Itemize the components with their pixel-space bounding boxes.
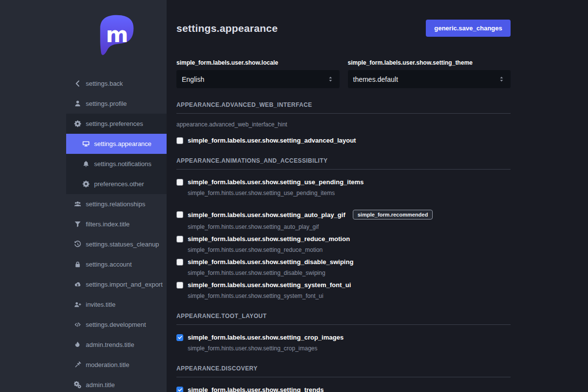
setting-hint: simple_form.hints.user.show.setting_use_… [188, 190, 511, 196]
settings-section: APPEARANCE.ADVANCED_WEB_INTERFACEappeara… [176, 101, 511, 144]
theme-label: simple_form.labels.user.show.setting_the… [348, 59, 511, 66]
monitor-icon [82, 140, 90, 147]
setting-checkbox-row[interactable]: simple_form.labels.user.show.setting_use… [176, 178, 511, 186]
theme-select[interactable]: themes.default [348, 70, 511, 88]
gavel-icon [74, 361, 81, 368]
sidebar-item-settings-import-and-export[interactable]: settings.import_and_export [66, 274, 167, 294]
section-divider [176, 377, 511, 377]
settings-section: APPEARANCE.TOOT_LAYOUTsimple_form.labels… [176, 313, 511, 352]
checkbox-unchecked[interactable] [176, 282, 183, 289]
section-hint: appearance.advanced_web_interface_hint [176, 121, 511, 128]
sidebar-item-admin-trends-title[interactable]: admin.trends.title [66, 335, 167, 355]
setting-item-setting-trends: simple_form.labels.user.show.setting_tre… [176, 386, 511, 392]
sidebar-item-label: invites.title [86, 301, 116, 308]
setting-hint: simple_form.hints.user.show.setting_disa… [188, 270, 511, 276]
setting-item-setting-auto-play-gif: simple_form.labels.user.show.setting_aut… [176, 210, 511, 230]
checkbox-unchecked[interactable] [176, 179, 183, 186]
setting-label: simple_form.labels.user.show.setting_adv… [188, 137, 356, 144]
setting-hint: simple_form.hints.user.show.setting_auto… [188, 223, 511, 230]
theme-field: simple_form.labels.user.show.setting_the… [348, 59, 511, 88]
main-panel: settings.appearance generic.save_changes… [167, 0, 588, 392]
section-divider [176, 324, 511, 325]
sidebar-item-admin-title[interactable]: admin.title [66, 375, 167, 392]
checkbox-unchecked[interactable] [176, 259, 183, 266]
sidebar-item-settings-development[interactable]: settings.development [66, 315, 167, 335]
checkbox-unchecked[interactable] [176, 137, 183, 144]
sidebar-item-label: settings.import_and_export [86, 281, 163, 288]
sidebar-item-moderation-title[interactable]: moderation.title [66, 355, 167, 375]
chevron-left-icon [74, 80, 81, 87]
filter-icon [74, 220, 81, 228]
checkbox-checked[interactable] [176, 334, 183, 341]
sidebar-item-settings-preferences[interactable]: settings.preferences [66, 114, 167, 134]
setting-checkbox-row[interactable]: simple_form.labels.user.show.setting_red… [176, 235, 511, 243]
theme-select-value: themes.default [353, 75, 398, 83]
setting-checkbox-row[interactable]: simple_form.labels.user.show.setting_tre… [176, 386, 511, 392]
settings-section: APPEARANCE.DISCOVERYsimple_form.labels.u… [176, 365, 511, 392]
setting-hint: simple_form.hints.user.show.setting_syst… [188, 293, 511, 299]
setting-item-setting-use-pending-items: simple_form.labels.user.show.setting_use… [176, 178, 511, 196]
locale-select[interactable]: English [176, 70, 340, 88]
setting-checkbox-row[interactable]: simple_form.labels.user.show.setting_sys… [176, 281, 511, 289]
setting-label: simple_form.labels.user.show.setting_sys… [188, 281, 351, 289]
sidebar-item-settings-account[interactable]: settings.account [66, 254, 167, 274]
select-arrows-icon [498, 75, 505, 83]
setting-label: simple_form.labels.user.show.setting_dis… [188, 258, 353, 266]
mastodon-logo: m [96, 13, 137, 56]
sidebar-item-label: settings.notifications [94, 160, 151, 168]
sidebar-item-label: settings.appearance [94, 140, 151, 147]
setting-hint: simple_form.hints.user.show.setting_crop… [188, 345, 511, 352]
page-title: settings.appearance [176, 23, 278, 34]
sidebar-nav: settings.backsettings.profilesettings.pr… [66, 74, 167, 392]
sidebar-item-settings-profile[interactable]: settings.profile [66, 94, 167, 114]
setting-checkbox-row[interactable]: simple_form.labels.user.show.setting_dis… [176, 258, 511, 266]
setting-label: simple_form.labels.user.show.setting_use… [188, 178, 364, 186]
setting-checkbox-row[interactable]: simple_form.labels.user.show.setting_cro… [176, 334, 511, 341]
trends-icon [74, 341, 81, 348]
history-icon [74, 241, 81, 248]
setting-label: simple_form.labels.user.show.setting_red… [188, 235, 350, 243]
sidebar-item-label: settings.profile [86, 100, 127, 107]
sidebar-item-label: moderation.title [86, 361, 129, 368]
sidebar-item-settings-appearance[interactable]: settings.appearance [66, 134, 167, 154]
user-icon [74, 100, 81, 107]
setting-label: simple_form.labels.user.show.setting_cro… [188, 334, 343, 341]
section-title: APPEARANCE.ANIMATIONS_AND_ACCESSIBILITY [176, 157, 511, 164]
sidebar-item-label: settings.development [86, 321, 146, 328]
sidebar-item-filters-index-title[interactable]: filters.index.title [66, 214, 167, 234]
settings-section: APPEARANCE.ANIMATIONS_AND_ACCESSIBILITYs… [176, 157, 511, 299]
setting-item-setting-system-font-ui: simple_form.labels.user.show.setting_sys… [176, 281, 511, 299]
sidebar-item-settings-statuses-cleanup[interactable]: settings.statuses_cleanup [66, 234, 167, 254]
sidebar-item-settings-back[interactable]: settings.back [66, 74, 167, 94]
setting-checkbox-row[interactable]: simple_form.labels.user.show.setting_adv… [176, 137, 511, 144]
section-title: APPEARANCE.ADVANCED_WEB_INTERFACE [176, 101, 511, 108]
bell-icon [82, 160, 90, 168]
section-divider [176, 113, 511, 114]
app-window: m settings.backsettings.profilesettings.… [0, 0, 588, 392]
sidebar-item-settings-relationships[interactable]: settings.relationships [66, 194, 167, 214]
sidebar-subpanel: settings.preferencessettings.appearances… [66, 114, 167, 194]
checkbox-unchecked[interactable] [176, 236, 183, 243]
section-title: APPEARANCE.TOOT_LAYOUT [176, 313, 511, 319]
save-changes-button[interactable]: generic.save_changes [426, 20, 511, 37]
setting-item-setting-advanced-layout: simple_form.labels.user.show.setting_adv… [176, 137, 511, 144]
locale-label: simple_form.labels.user.show.locale [176, 59, 340, 66]
sidebar-item-label: settings.statuses_cleanup [86, 241, 159, 248]
sidebar-item-label: settings.back [86, 80, 123, 87]
sidebar: m settings.backsettings.profilesettings.… [0, 0, 167, 392]
sidebar-item-label: filters.index.title [86, 220, 130, 228]
sidebar-item-invites-title[interactable]: invites.title [66, 294, 167, 315]
top-form-row: simple_form.labels.user.show.locale Engl… [176, 59, 511, 88]
sidebar-item-settings-notifications[interactable]: settings.notifications [66, 154, 167, 174]
checkbox-checked[interactable] [176, 387, 183, 392]
setting-label: simple_form.labels.user.show.setting_aut… [188, 211, 345, 219]
sidebar-item-label: settings.relationships [86, 200, 145, 208]
sidebar-item-preferences-other[interactable]: preferences.other [66, 174, 167, 194]
checkbox-unchecked[interactable] [176, 211, 183, 218]
gear-icon [74, 120, 81, 127]
setting-checkbox-row[interactable]: simple_form.labels.user.show.setting_aut… [176, 210, 511, 220]
setting-item-setting-reduce-motion: simple_form.labels.user.show.setting_red… [176, 235, 511, 253]
section-divider [176, 169, 511, 170]
svg-text:m: m [106, 22, 128, 47]
users-icon [74, 200, 81, 208]
